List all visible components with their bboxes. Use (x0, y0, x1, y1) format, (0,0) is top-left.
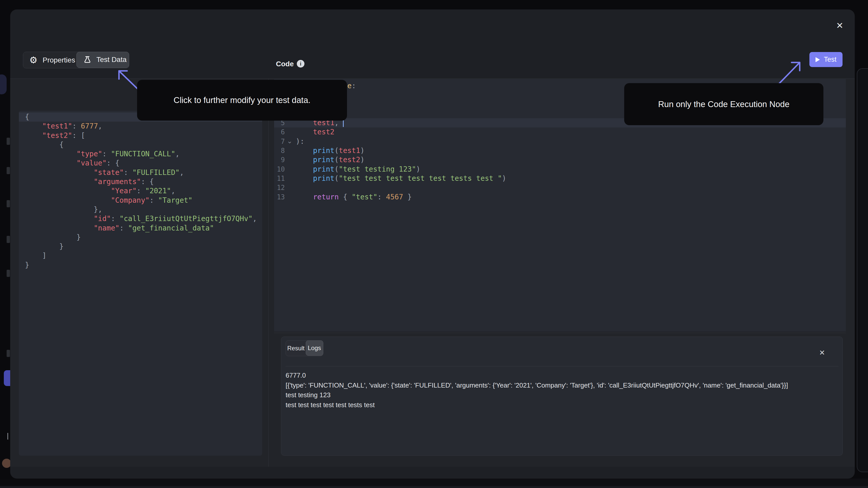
line-number: 11 (274, 174, 285, 183)
json-line[interactable]: } (19, 261, 262, 270)
backdrop-sidebar-icon (7, 200, 10, 207)
json-line[interactable]: "type": "FUNCTION_CALL", (19, 149, 262, 159)
close-icon: ✕ (819, 349, 825, 357)
backdrop-sidebar-icon (7, 138, 10, 145)
json-line[interactable]: "Company": "Target" (19, 196, 262, 205)
line-number: 8 (274, 146, 285, 155)
test-data-json-editor[interactable]: { "test1": 6777, "test2": [ { "type": "F… (19, 111, 262, 456)
code-line[interactable]: 6 test2 (274, 127, 846, 137)
results-panel: Result Logs ✕ 6777.0[{'type': 'FUNCTION_… (281, 337, 843, 456)
backdrop-nav-item (0, 75, 7, 94)
json-line[interactable]: "Year": "2021", (19, 186, 262, 196)
code-line[interactable]: 12 (274, 183, 846, 192)
gear-icon: ⚙ (29, 56, 37, 65)
panel-divider (268, 79, 269, 466)
line-number: 9 (274, 155, 285, 165)
line-number: 13 (274, 193, 285, 202)
tab-logs[interactable]: Logs (306, 340, 323, 356)
left-panel-tabs: ⚙ Properties Test Data (23, 52, 129, 68)
code-line[interactable]: 10 print("test testing 123") (274, 165, 846, 174)
log-output[interactable]: 6777.0[{'type': 'FUNCTION_CALL', 'value'… (286, 370, 838, 410)
tab-properties-label: Properties (42, 56, 75, 64)
tab-test-data-label: Test Data (97, 56, 127, 64)
log-line: test testing 123 (286, 390, 838, 400)
json-line[interactable]: } (19, 233, 262, 242)
backdrop-scrollbar (7, 433, 8, 439)
backdrop-sidebar-icon (7, 236, 10, 243)
test-button-label: Test (824, 56, 837, 63)
json-line[interactable]: "id": "call_E3riiutQtUtPiegttjfO7QHv", (19, 214, 262, 223)
tooltip-test-data: Click to further modify your test data. (137, 80, 347, 121)
log-line: [{'type': 'FUNCTION_CALL', 'value': {'st… (286, 380, 838, 390)
backdrop-bottom-bar (0, 486, 868, 488)
code-line[interactable]: 7): (274, 137, 846, 146)
modal-close-button[interactable]: ✕ (834, 20, 845, 31)
code-line[interactable]: 9 print(test2) (274, 155, 846, 165)
backdrop-avatar (2, 459, 11, 468)
backdrop-sidebar-icon (7, 167, 10, 174)
backdrop-sidebar-icon (7, 270, 10, 277)
json-line[interactable]: "test2": [ (19, 131, 262, 140)
json-line[interactable]: } (19, 242, 262, 251)
test-button[interactable]: Test (809, 52, 842, 67)
code-line[interactable]: 8 print(test1) (274, 146, 846, 155)
fold-chevron-icon[interactable]: ⌄ (287, 138, 292, 144)
json-line[interactable]: { (19, 140, 262, 149)
close-icon: ✕ (836, 20, 843, 31)
node-editor-modal: ✕ ⚙ Properties Test Data { "test1": 6777… (10, 9, 855, 479)
log-line: test test test test test tests test (286, 400, 838, 410)
play-icon (815, 57, 820, 62)
tab-test-data[interactable]: Test Data (76, 52, 129, 68)
line-number: 7 (274, 137, 285, 146)
json-line[interactable]: }, (19, 205, 262, 214)
results-close-button[interactable]: ✕ (819, 348, 825, 357)
code-line[interactable]: 13 return { "test": 4567 } (274, 193, 846, 202)
line-number: 6 (274, 127, 285, 137)
backdrop-right-panel (857, 68, 868, 472)
json-line[interactable]: "test1": 6777, (19, 122, 262, 131)
json-line[interactable]: "state": "FULFILLED", (19, 168, 262, 177)
results-tabs: Result Logs (286, 340, 323, 356)
tooltip-run-node: Run only the Code Execution Node (624, 83, 824, 125)
code-line[interactable]: 11 print("test test test test test tests… (274, 174, 846, 183)
tab-properties[interactable]: ⚙ Properties (23, 52, 77, 68)
code-section-title: Code (276, 60, 294, 68)
json-line[interactable]: "value": { (19, 159, 262, 168)
tab-result[interactable]: Result (286, 341, 306, 356)
flask-icon (83, 55, 91, 64)
json-line[interactable]: ] (19, 251, 262, 260)
json-line[interactable]: "arguments": { (19, 177, 262, 186)
backdrop-sidebar-icon (7, 350, 10, 357)
log-line: 6777.0 (286, 370, 838, 380)
info-icon[interactable]: i (297, 60, 305, 67)
json-line[interactable]: "name": "get_financial_data" (19, 224, 262, 233)
screen: ✕ ⚙ Properties Test Data { "test1": 6777… (0, 0, 868, 488)
line-number: 12 (274, 183, 285, 192)
line-number: 10 (274, 165, 285, 174)
